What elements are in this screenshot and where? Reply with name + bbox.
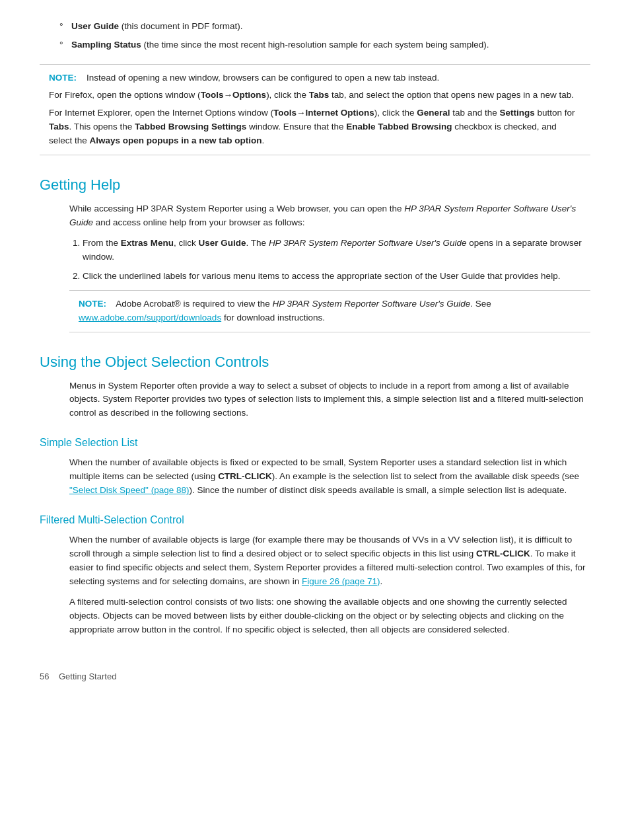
- filtered-multi-p1: When the number of available objects is …: [40, 533, 590, 589]
- getting-help-intro: While accessing HP 3PAR System Reporter …: [40, 202, 590, 230]
- top-note-p3: For Internet Explorer, open the Internet…: [49, 106, 581, 148]
- top-note-box: NOTE: Instead of opening a new window, b…: [40, 64, 590, 156]
- user-guide-text: (this document in PDF format).: [122, 21, 243, 31]
- sampling-status-text: (the time since the most recent high-res…: [144, 40, 489, 50]
- step-2: Click the underlined labels for various …: [83, 270, 590, 284]
- object-selection-heading: Using the Object Selection Controls: [40, 351, 590, 373]
- top-note-label: NOTE:: [49, 73, 77, 83]
- footer-section: Getting Started: [59, 671, 116, 681]
- object-selection-intro: Menus in System Reporter often provide a…: [40, 379, 590, 421]
- getting-help-heading: Getting Help: [40, 174, 590, 196]
- user-guide-label: User Guide: [71, 21, 119, 31]
- disk-speed-link[interactable]: "Select Disk Speed" (page 88): [69, 485, 189, 495]
- top-note-p2: For Firefox, open the options window (To…: [49, 89, 581, 102]
- top-bullet-list: User Guide (this document in PDF format)…: [40, 20, 590, 52]
- bullet-sampling-status: Sampling Status (the time since the most…: [59, 38, 590, 52]
- page-number: 56: [40, 671, 49, 681]
- figure-26-link[interactable]: Figure 26 (page 71): [302, 576, 380, 586]
- getting-help-note-label: NOTE:: [79, 299, 106, 309]
- top-bullet-section: User Guide (this document in PDF format)…: [40, 20, 590, 52]
- filtered-multi-heading: Filtered Multi-Selection Control: [40, 512, 590, 528]
- step-1: From the Extras Menu, click User Guide. …: [83, 237, 590, 264]
- sampling-status-label: Sampling Status: [71, 40, 141, 50]
- bullet-user-guide: User Guide (this document in PDF format)…: [59, 20, 590, 33]
- getting-help-note: NOTE: Adobe Acrobat® is required to view…: [69, 290, 590, 332]
- filtered-multi-p2: A filtered multi-selection control consi…: [40, 595, 590, 637]
- adobe-link[interactable]: www.adobe.com/support/downloads: [79, 313, 221, 323]
- page-footer: 56 Getting Started: [40, 670, 590, 683]
- top-note-p1: NOTE: Instead of opening a new window, b…: [49, 71, 581, 85]
- getting-help-steps: From the Extras Menu, click User Guide. …: [40, 237, 590, 284]
- simple-selection-text: When the number of available objects is …: [40, 456, 590, 498]
- simple-selection-heading: Simple Selection List: [40, 435, 590, 451]
